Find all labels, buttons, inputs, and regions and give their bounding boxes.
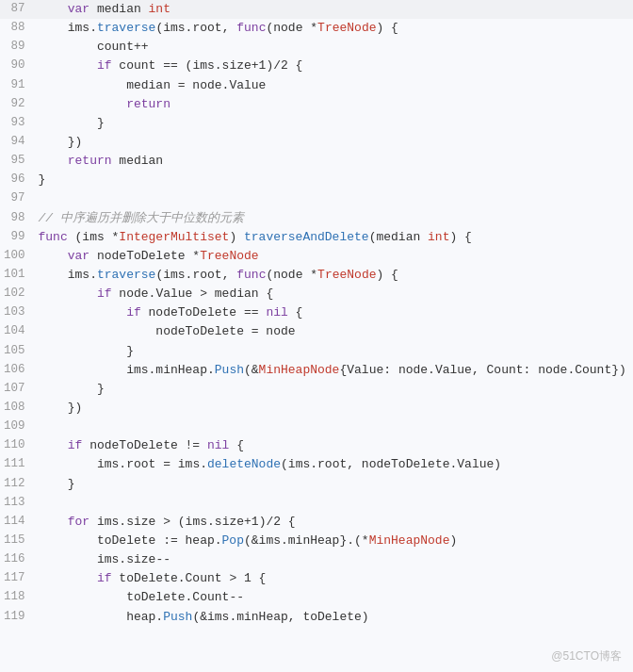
table-row: 109 xyxy=(0,418,633,436)
line-number: 114 xyxy=(0,513,35,532)
line-number: 87 xyxy=(0,0,35,19)
table-row: 103 if nodeToDelete == nil { xyxy=(0,303,633,322)
line-content: } xyxy=(35,380,633,399)
table-row: 111 ims.root = ims.deleteNode(ims.root, … xyxy=(0,455,633,474)
table-row: 87 var median int xyxy=(0,0,633,19)
line-number: 119 xyxy=(0,608,35,627)
table-row: 118 toDelete.Count-- xyxy=(0,588,633,607)
table-row: 102 if node.Value > median { xyxy=(0,285,633,303)
line-content: ims.root = ims.deleteNode(ims.root, node… xyxy=(35,455,633,474)
line-number: 111 xyxy=(0,455,35,474)
line-number: 116 xyxy=(0,550,35,569)
table-row: 105 } xyxy=(0,342,633,361)
table-row: 108 }) xyxy=(0,399,633,418)
table-row: 97 xyxy=(0,189,633,208)
line-content: var median int xyxy=(35,0,633,19)
table-row: 99func (ims *IntegerMultiset) traverseAn… xyxy=(0,228,633,247)
line-number: 108 xyxy=(0,399,35,418)
line-number: 104 xyxy=(0,322,35,341)
line-number: 110 xyxy=(0,436,35,455)
line-number: 99 xyxy=(0,228,35,247)
line-number: 91 xyxy=(0,76,35,95)
line-content: // 中序遍历并删除大于中位数的元素 xyxy=(35,209,633,228)
line-number: 118 xyxy=(0,588,35,607)
line-content: } xyxy=(35,171,633,189)
line-content: } xyxy=(35,475,633,494)
line-number: 97 xyxy=(0,189,35,208)
table-row: 104 nodeToDelete = node xyxy=(0,322,633,341)
line-number: 112 xyxy=(0,475,35,494)
line-number: 103 xyxy=(0,303,35,322)
line-number: 95 xyxy=(0,152,35,171)
line-content: ims.traverse(ims.root, func(node *TreeNo… xyxy=(35,266,633,285)
line-content xyxy=(35,418,633,436)
line-number: 94 xyxy=(0,133,35,152)
table-row: 113 xyxy=(0,494,633,513)
table-row: 94 }) xyxy=(0,133,633,152)
line-content: func (ims *IntegerMultiset) traverseAndD… xyxy=(35,228,633,247)
line-number: 89 xyxy=(0,38,35,57)
table-row: 112 } xyxy=(0,475,633,494)
table-row: 88 ims.traverse(ims.root, func(node *Tre… xyxy=(0,19,633,38)
line-number: 96 xyxy=(0,171,35,189)
line-number: 100 xyxy=(0,247,35,266)
table-row: 91 median = node.Value xyxy=(0,76,633,95)
line-number: 98 xyxy=(0,209,35,228)
table-row: 89 count++ xyxy=(0,38,633,57)
line-content: for ims.size > (ims.size+1)/2 { xyxy=(35,513,633,532)
line-content: ims.minHeap.Push(&MinHeapNode{Value: nod… xyxy=(35,361,633,380)
line-number: 117 xyxy=(0,569,35,588)
line-content: toDelete := heap.Pop(&ims.minHeap}.(*Min… xyxy=(35,532,633,550)
table-row: 110 if nodeToDelete != nil { xyxy=(0,436,633,455)
line-content: }) xyxy=(35,399,633,418)
watermark: @51CTO博客 xyxy=(551,648,622,664)
line-content: if nodeToDelete == nil { xyxy=(35,303,633,322)
table-row: 95 return median xyxy=(0,152,633,171)
line-number: 109 xyxy=(0,418,35,436)
line-content: }) xyxy=(35,133,633,152)
table-row: 117 if toDelete.Count > 1 { xyxy=(0,569,633,588)
line-content: nodeToDelete = node xyxy=(35,322,633,341)
code-lines: 87 var median int88 ims.traverse(ims.roo… xyxy=(0,0,633,627)
line-number: 90 xyxy=(0,57,35,75)
line-number: 102 xyxy=(0,285,35,303)
table-row: 114 for ims.size > (ims.size+1)/2 { xyxy=(0,513,633,532)
line-number: 92 xyxy=(0,95,35,114)
line-content xyxy=(35,494,633,513)
line-content: return xyxy=(35,95,633,114)
line-content: if count == (ims.size+1)/2 { xyxy=(35,57,633,75)
table-row: 96} xyxy=(0,171,633,189)
table-row: 100 var nodeToDelete *TreeNode xyxy=(0,247,633,266)
code-editor: 87 var median int88 ims.traverse(ims.roo… xyxy=(0,0,633,672)
line-content: heap.Push(&ims.minHeap, toDelete) xyxy=(35,608,633,627)
line-number: 115 xyxy=(0,532,35,550)
line-content: ims.traverse(ims.root, func(node *TreeNo… xyxy=(35,19,633,38)
line-number: 101 xyxy=(0,266,35,285)
line-content: count++ xyxy=(35,38,633,57)
line-content: } xyxy=(35,114,633,133)
line-number: 106 xyxy=(0,361,35,380)
line-number: 113 xyxy=(0,494,35,513)
table-row: 107 } xyxy=(0,380,633,399)
line-content: var nodeToDelete *TreeNode xyxy=(35,247,633,266)
line-number: 88 xyxy=(0,19,35,38)
table-row: 119 heap.Push(&ims.minHeap, toDelete) xyxy=(0,608,633,627)
table-row: 106 ims.minHeap.Push(&MinHeapNode{Value:… xyxy=(0,361,633,380)
table-row: 101 ims.traverse(ims.root, func(node *Tr… xyxy=(0,266,633,285)
line-content: toDelete.Count-- xyxy=(35,588,633,607)
line-content: if toDelete.Count > 1 { xyxy=(35,569,633,588)
line-content: return median xyxy=(35,152,633,171)
line-content: ims.size-- xyxy=(35,550,633,569)
line-content xyxy=(35,189,633,208)
line-content: median = node.Value xyxy=(35,76,633,95)
line-number: 107 xyxy=(0,380,35,399)
table-row: 93 } xyxy=(0,114,633,133)
table-row: 116 ims.size-- xyxy=(0,550,633,569)
table-row: 92 return xyxy=(0,95,633,114)
line-number: 93 xyxy=(0,114,35,133)
line-number: 105 xyxy=(0,342,35,361)
line-content: if node.Value > median { xyxy=(35,285,633,303)
table-row: 115 toDelete := heap.Pop(&ims.minHeap}.(… xyxy=(0,532,633,550)
table-row: 98// 中序遍历并删除大于中位数的元素 xyxy=(0,209,633,228)
table-row: 90 if count == (ims.size+1)/2 { xyxy=(0,57,633,75)
